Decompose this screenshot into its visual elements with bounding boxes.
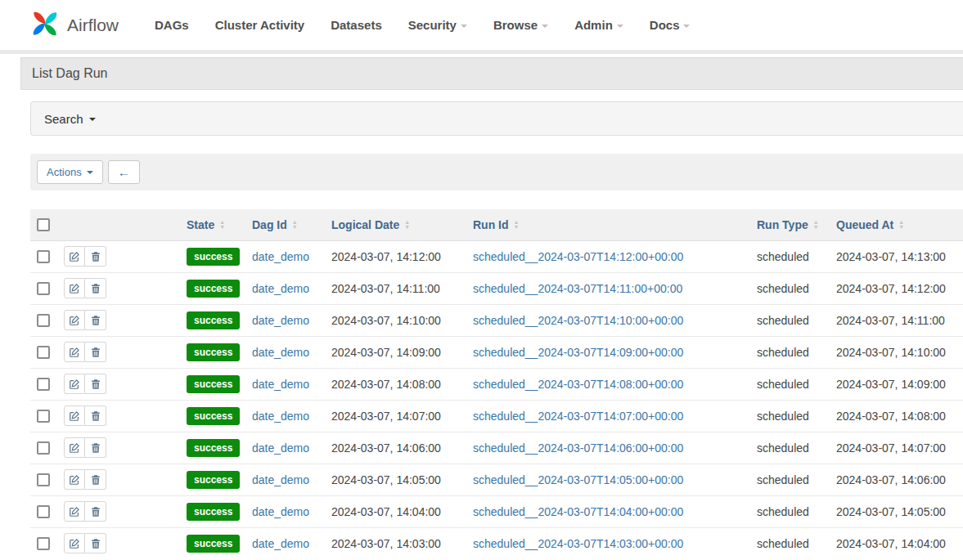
row-checkbox[interactable] xyxy=(37,505,50,518)
logical-date-cell: 2024-03-07, 14:10:00 xyxy=(325,304,466,336)
delete-button[interactable] xyxy=(85,278,106,298)
row-checkbox[interactable] xyxy=(37,282,50,295)
status-badge: success xyxy=(187,375,240,393)
dag-id-link[interactable]: date_demo xyxy=(252,346,309,359)
edit-button[interactable] xyxy=(64,533,85,553)
nav-item-security[interactable]: Security xyxy=(395,18,480,32)
brand-title: Airflow xyxy=(67,16,119,35)
delete-button[interactable] xyxy=(85,437,106,458)
dag-id-link[interactable]: date_demo xyxy=(252,441,309,455)
dag-id-link[interactable]: date_demo xyxy=(252,378,309,391)
table-row: success date_demo 2024-03-07, 14:03:00 s… xyxy=(30,527,963,559)
logical-date-cell: 2024-03-07, 14:11:00 xyxy=(325,272,466,304)
select-all-checkbox[interactable] xyxy=(37,218,50,231)
dag-id-link[interactable]: date_demo xyxy=(252,282,309,295)
row-actions-cell xyxy=(57,495,180,527)
row-checkbox[interactable] xyxy=(37,314,50,327)
state-cell: success xyxy=(180,495,245,527)
row-checkbox[interactable] xyxy=(37,250,50,263)
dag-id-link[interactable]: date_demo xyxy=(252,250,309,263)
delete-button[interactable] xyxy=(85,342,106,362)
queued-at-cell: 2024-03-07, 14:10:00 xyxy=(830,336,963,368)
actions-dropdown-button[interactable]: Actions xyxy=(37,160,103,184)
edit-icon xyxy=(69,442,80,454)
dag-id-link[interactable]: date_demo xyxy=(252,410,309,423)
delete-button[interactable] xyxy=(85,501,106,522)
run-id-link[interactable]: scheduled__2024-03-07T14:03:00+00:00 xyxy=(473,537,683,550)
run-id-link[interactable]: scheduled__2024-03-07T14:06:00+00:00 xyxy=(473,441,683,455)
run-id-link[interactable]: scheduled__2024-03-07T14:08:00+00:00 xyxy=(473,378,683,391)
run-id-link[interactable]: scheduled__2024-03-07T14:05:00+00:00 xyxy=(473,473,683,486)
delete-button[interactable] xyxy=(85,374,106,394)
edit-button[interactable] xyxy=(64,437,85,458)
edit-button[interactable] xyxy=(64,501,85,522)
edit-button[interactable] xyxy=(64,374,85,394)
run-type-cell: scheduled xyxy=(750,495,830,527)
state-cell: success xyxy=(180,464,245,495)
nav-item-datasets[interactable]: Datasets xyxy=(317,18,395,32)
search-toggle[interactable]: Search xyxy=(30,101,963,136)
table-header-row: State▲▼ Dag Id▲▼ Logical Date▲▼ Run Id▲▼… xyxy=(30,209,963,240)
delete-button[interactable] xyxy=(85,533,106,553)
run-id-cell: scheduled__2024-03-07T14:10:00+00:00 xyxy=(466,304,750,336)
delete-button[interactable] xyxy=(85,310,106,330)
run-type-cell: scheduled xyxy=(750,240,830,272)
column-header-run-id[interactable]: Run Id▲▼ xyxy=(466,209,750,240)
column-header-dag-id[interactable]: Dag Id▲▼ xyxy=(245,209,325,240)
column-header-run-type[interactable]: Run Type▲▼ xyxy=(750,209,830,240)
run-id-link[interactable]: scheduled__2024-03-07T14:09:00+00:00 xyxy=(473,346,683,359)
airflow-pinwheel-icon xyxy=(27,6,63,45)
back-button[interactable]: ← xyxy=(108,160,140,184)
run-id-cell: scheduled__2024-03-07T14:09:00+00:00 xyxy=(466,336,750,368)
nav-item-admin[interactable]: Admin xyxy=(561,18,637,32)
edit-button[interactable] xyxy=(64,246,85,267)
edit-button[interactable] xyxy=(64,310,85,330)
delete-button[interactable] xyxy=(85,246,106,267)
run-id-link[interactable]: scheduled__2024-03-07T14:04:00+00:00 xyxy=(473,505,683,518)
nav-item-cluster-activity[interactable]: Cluster Activity xyxy=(202,18,317,32)
dag-id-link[interactable]: date_demo xyxy=(252,473,309,486)
row-checkbox[interactable] xyxy=(37,410,50,423)
column-header-state[interactable]: State▲▼ xyxy=(180,209,245,240)
delete-button[interactable] xyxy=(85,469,106,490)
state-cell: success xyxy=(180,368,245,400)
row-checkbox[interactable] xyxy=(37,537,50,550)
edit-icon xyxy=(69,315,80,326)
search-label: Search xyxy=(44,112,83,126)
edit-button[interactable] xyxy=(64,469,85,490)
nav-item-browse[interactable]: Browse xyxy=(480,18,561,32)
back-arrow-icon: ← xyxy=(118,164,130,181)
nav-item-docs[interactable]: Docs xyxy=(637,18,704,32)
column-header-queued-at[interactable]: Queued At▲▼ xyxy=(830,209,963,240)
run-id-link[interactable]: scheduled__2024-03-07T14:11:00+00:00 xyxy=(473,282,682,295)
edit-button[interactable] xyxy=(64,405,85,426)
logical-date-cell: 2024-03-07, 14:09:00 xyxy=(325,336,466,368)
column-header-logical-date[interactable]: Logical Date▲▼ xyxy=(325,209,466,240)
run-id-link[interactable]: scheduled__2024-03-07T14:07:00+00:00 xyxy=(473,410,683,423)
row-checkbox[interactable] xyxy=(37,441,50,455)
row-checkbox[interactable] xyxy=(37,378,50,391)
edit-button[interactable] xyxy=(64,278,85,298)
run-type-cell: scheduled xyxy=(750,368,830,400)
queued-at-cell: 2024-03-07, 14:07:00 xyxy=(830,432,963,464)
navbar-shadow xyxy=(0,50,963,54)
edit-icon xyxy=(69,347,80,358)
run-id-link[interactable]: scheduled__2024-03-07T14:10:00+00:00 xyxy=(473,314,683,327)
dag-id-link[interactable]: date_demo xyxy=(252,505,309,518)
dag-id-cell: date_demo xyxy=(245,368,325,400)
trash-icon xyxy=(90,283,101,294)
row-checkbox[interactable] xyxy=(37,473,50,486)
run-id-cell: scheduled__2024-03-07T14:04:00+00:00 xyxy=(466,495,750,527)
main-nav: DAGs Cluster Activity Datasets Security … xyxy=(142,18,703,32)
row-actions-cell xyxy=(57,368,180,400)
nav-item-dags[interactable]: DAGs xyxy=(142,18,202,32)
row-checkbox[interactable] xyxy=(37,346,50,359)
run-type-cell: scheduled xyxy=(750,464,830,495)
delete-button[interactable] xyxy=(85,405,106,426)
run-id-link[interactable]: scheduled__2024-03-07T14:12:00+00:00 xyxy=(473,250,683,263)
dag-id-link[interactable]: date_demo xyxy=(252,537,309,550)
airflow-brand[interactable]: Airflow xyxy=(27,6,119,45)
sort-icon: ▲▼ xyxy=(404,220,410,229)
dag-id-link[interactable]: date_demo xyxy=(252,314,309,327)
edit-button[interactable] xyxy=(64,342,85,362)
